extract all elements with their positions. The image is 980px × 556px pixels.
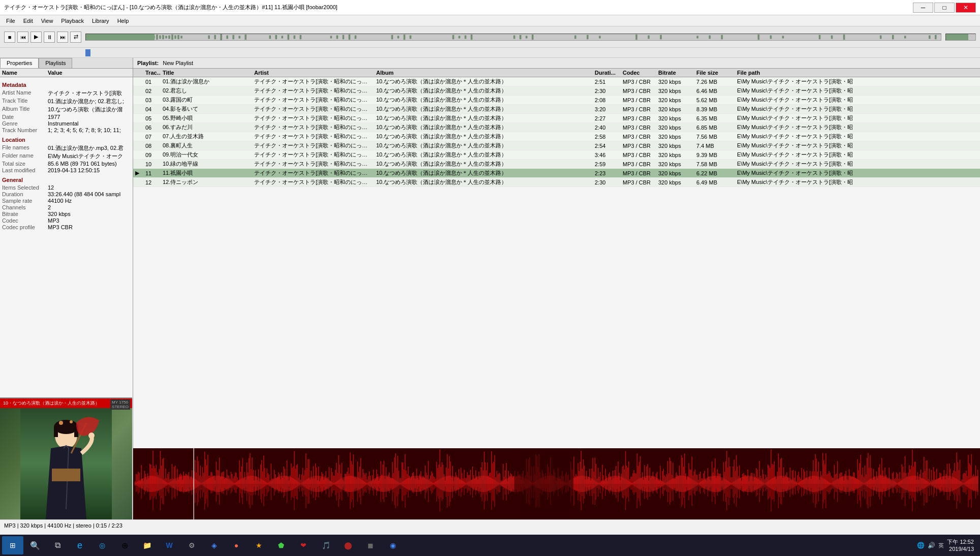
svg-rect-1418 (600, 482, 600, 485)
play-button[interactable]: ▶ (30, 32, 42, 43)
svg-rect-404 (243, 477, 244, 490)
track-filepath: E\My Music\テイチク・オーケストラ[演歌・昭 (735, 105, 980, 113)
svg-rect-707 (350, 476, 350, 492)
svg-rect-2163 (863, 468, 863, 484)
search-button[interactable]: 🔍 (24, 536, 46, 554)
table-row[interactable]: 07 07.人生の並木路 テイチク・オーケストラ[演歌・昭和のにっぽん] 10.… (133, 132, 980, 141)
app6-button[interactable]: ❤ (293, 536, 314, 554)
table-row[interactable]: 04 04.影を慕いて テイチク・オーケストラ[演歌・昭和のにっぽん] 10.な… (133, 105, 980, 114)
taskbar-clock[interactable]: 下午 12:52 2019/4/13 (947, 538, 974, 553)
table-row[interactable]: 06 06.すみだ川 テイチク・オーケストラ[演歌・昭和のにっぽん] 10.なつ… (133, 123, 980, 132)
app4-button[interactable]: ★ (248, 536, 269, 554)
volume-slider[interactable] (945, 34, 976, 41)
svg-rect-1430 (604, 480, 604, 488)
maximize-button[interactable]: □ (934, 3, 955, 13)
svg-rect-362 (229, 479, 229, 488)
svg-rect-551 (295, 480, 295, 488)
menu-file[interactable]: File (2, 17, 19, 25)
svg-rect-746 (363, 481, 364, 487)
app5-button[interactable]: ⬟ (270, 536, 292, 554)
prop-row-genre: Genre Instrumental (2, 120, 131, 127)
svg-rect-1364 (581, 476, 581, 492)
tray-lang[interactable]: 英 (938, 542, 944, 549)
minimize-button[interactable]: ─ (913, 3, 933, 13)
app8-button[interactable]: ⬤ (338, 536, 359, 554)
track-title: 10.緑の地平線 (161, 160, 252, 168)
col-header-playing[interactable] (133, 70, 143, 76)
stop-button[interactable]: ■ (4, 32, 15, 43)
track-duration: 2:59 (593, 161, 621, 167)
svg-rect-2078 (832, 482, 833, 485)
svg-rect-371 (232, 482, 232, 486)
col-header-title[interactable]: Title (161, 70, 252, 76)
svg-rect-2000 (805, 479, 805, 489)
app7-button[interactable]: 🎵 (315, 536, 336, 554)
tab-properties[interactable]: Properties (0, 58, 39, 68)
menu-help[interactable]: Help (113, 17, 133, 25)
next-button[interactable]: ⏭ (57, 32, 68, 43)
svg-rect-935 (430, 481, 431, 486)
svg-rect-2288 (906, 478, 906, 490)
svg-rect-35 (226, 35, 228, 39)
svg-rect-485 (272, 480, 272, 488)
table-row[interactable]: 03 03.露国の町 テイチク・オーケストラ[演歌・昭和のにっぽん] 10.なつ… (133, 96, 980, 105)
app2-button[interactable]: ◈ (203, 536, 225, 554)
svg-rect-2178 (868, 453, 868, 484)
app9-button[interactable]: ◼ (360, 536, 381, 554)
svg-rect-842 (397, 482, 398, 486)
word-button[interactable]: W (159, 536, 180, 554)
table-row[interactable]: 09 09.明治一代女 テイチク・オーケストラ[演歌・昭和のにっぽん] 10.な… (133, 150, 980, 160)
table-row[interactable]: 01 01.酒は涙か溜息か テイチク・オーケストラ[演歌・昭和のにっぽん] 10… (133, 77, 980, 86)
menu-library[interactable]: Library (88, 17, 113, 25)
col-header-track[interactable]: Trac... (143, 70, 161, 76)
menu-playback[interactable]: Playback (57, 17, 88, 25)
prev-button[interactable]: ⏮ (17, 32, 28, 43)
explorer-button[interactable]: 📁 (136, 536, 158, 554)
app3-button[interactable]: ● (226, 536, 247, 554)
col-header-filepath[interactable]: File path (735, 70, 980, 76)
svg-rect-1886 (764, 483, 765, 484)
table-row[interactable]: ▶ 11 11.祇園小唄 テイチク・オーケストラ[演歌・昭和のにっぽん] 10.… (133, 169, 980, 178)
col-header-duration[interactable]: Durati... (593, 70, 621, 76)
titlebar-title: テイチク・オーケストラ[演歌・昭和のにっぽん] - [10.なつめろ演歌（酒は涙… (4, 4, 338, 11)
pause-button[interactable]: ⏸ (44, 32, 55, 43)
svg-rect-1562 (651, 476, 651, 491)
svg-rect-40 (275, 35, 277, 39)
col-header-filesize[interactable]: File size (694, 70, 735, 76)
tab-playlists[interactable]: Playlists (39, 58, 72, 68)
table-row[interactable]: 10 10.緑の地平線 テイチク・オーケストラ[演歌・昭和のにっぽん] 10.な… (133, 160, 980, 169)
col-header-codec[interactable]: Codec (621, 70, 656, 76)
table-row[interactable]: 08 08.裏町人生 テイチク・オーケストラ[演歌・昭和のにっぽん] 10.なつ… (133, 141, 980, 150)
app10-button[interactable]: ◉ (382, 536, 404, 554)
svg-rect-2471 (970, 479, 970, 489)
track-album: 10.なつめろ演歌（酒は涙か溜息か＊人生の並木路） (374, 114, 593, 122)
menubar: File Edit View Playback Library Help (0, 15, 980, 26)
table-row[interactable]: 02 02.君忘し テイチク・オーケストラ[演歌・昭和のにっぽん] 10.なつめ… (133, 86, 980, 96)
ie-button[interactable]: e (69, 536, 90, 554)
chrome-button[interactable]: ⊕ (114, 536, 135, 554)
col-header-artist[interactable]: Artist (252, 70, 374, 76)
svg-rect-1823 (742, 477, 743, 491)
close-button[interactable]: ✕ (956, 3, 976, 13)
seekbar[interactable] (85, 34, 941, 41)
random-button[interactable]: ⇄ (70, 32, 81, 43)
table-row[interactable]: 12 12.侍ニッポン テイチク・オーケストラ[演歌・昭和のにっぽん] 10.な… (133, 178, 980, 187)
track-duration: 2:08 (593, 97, 621, 103)
start-button[interactable]: ⊞ (2, 536, 23, 554)
app1-button[interactable]: ⚙ (181, 536, 202, 554)
col-header-bitrate[interactable]: Bitrate (656, 70, 694, 76)
svg-rect-1073 (478, 476, 479, 491)
svg-rect-401 (242, 478, 243, 490)
col-header-album[interactable]: Album (374, 70, 593, 76)
menu-edit[interactable]: Edit (19, 17, 37, 25)
track-duration: 2:27 (593, 115, 621, 121)
edge-button[interactable]: ◎ (91, 536, 113, 554)
task-view-button[interactable]: ⧉ (47, 536, 68, 554)
svg-rect-2342 (925, 480, 925, 488)
svg-rect-719 (354, 476, 355, 491)
svg-rect-1157 (508, 478, 509, 490)
table-row[interactable]: 05 05.野崎小唄 テイチク・オーケストラ[演歌・昭和のにっぽん] 10.なつ… (133, 114, 980, 123)
svg-rect-55 (458, 36, 461, 38)
svg-rect-350 (224, 477, 225, 490)
menu-view[interactable]: View (37, 17, 57, 25)
